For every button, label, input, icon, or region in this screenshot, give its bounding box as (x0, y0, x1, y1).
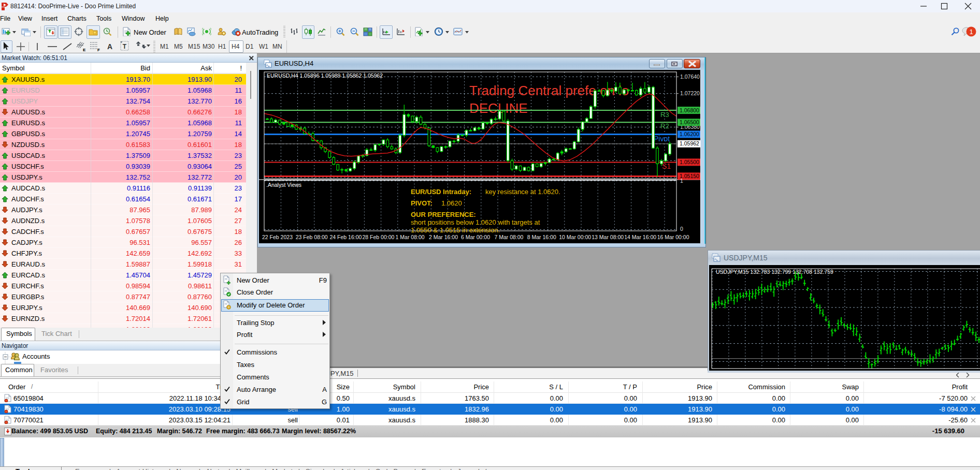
svg-text:key resistance at 1.0620.: key resistance at 1.0620. (485, 188, 560, 196)
svg-text:F: F (97, 48, 100, 52)
svg-text:7 Mar 08:00: 7 Mar 08:00 (494, 234, 523, 240)
svg-text:T: T (123, 43, 127, 50)
svg-text:10 Mar 00:00: 10 Mar 00:00 (559, 234, 591, 240)
svg-text:1: 1 (969, 28, 973, 36)
svg-text:1.0550 & 1.0515 in extension.: 1.0550 & 1.0515 in extension. (411, 226, 500, 234)
svg-text:E: E (83, 48, 86, 52)
svg-text:23 Feb 08:00: 23 Feb 08:00 (296, 234, 328, 240)
svg-text:22 Feb 2023: 22 Feb 2023 (262, 234, 293, 240)
svg-text:PIVOT:: PIVOT: (411, 199, 433, 207)
svg-text:13 Mar 08:00: 13 Mar 08:00 (592, 234, 624, 240)
svg-text:USDJPY,M15 132.783 132.799 13: USDJPY,M15 132.783 132.799 132.708 132.7… (716, 269, 833, 275)
svg-text:14 Mar 16:00: 14 Mar 16:00 (624, 234, 656, 240)
svg-text:2 Mar 16:00: 2 Mar 16:00 (429, 234, 458, 240)
svg-text:28 Feb 00:00: 28 Feb 00:00 (362, 234, 394, 240)
svg-text:.Analyst Views: .Analyst Views (266, 182, 301, 188)
svg-text:1.06800: 1.06800 (680, 107, 699, 113)
svg-text:OUR PREFERENCE:: OUR PREFERENCE: (411, 211, 476, 218)
svg-text:1.0620: 1.0620 (441, 199, 462, 207)
svg-text:1.07220: 1.07220 (680, 90, 700, 96)
svg-text:Pivot: Pivot (654, 135, 670, 143)
svg-text:6 Mar 00:00: 6 Mar 00:00 (461, 234, 490, 240)
svg-text:R3: R3 (660, 111, 669, 119)
svg-text:S1: S1 (662, 162, 671, 170)
svg-text:1.06200: 1.06200 (680, 131, 699, 137)
svg-text:1.05962: 1.05962 (680, 140, 699, 146)
svg-text:Trading Central prefe on lo: Trading Central prefe on lo (469, 83, 629, 98)
svg-text:EURUSD,H4 1.05896 1.05989 1.0: EURUSD,H4 1.05896 1.05989 1.05862 1.0596… (267, 72, 383, 79)
svg-text:1: 1 (680, 178, 683, 184)
svg-text:1.07640: 1.07640 (680, 74, 700, 80)
svg-text:8 Mar 16:00: 8 Mar 16:00 (527, 234, 556, 240)
svg-text:1.05500: 1.05500 (680, 159, 699, 165)
svg-text:short positions below 1.0620 w: short positions below 1.0620 with target… (411, 218, 540, 226)
svg-text:R2: R2 (660, 122, 669, 130)
svg-text:24 Feb 16:00: 24 Feb 16:00 (329, 234, 362, 240)
svg-text:1.06500: 1.06500 (680, 119, 699, 125)
svg-text:16 Mar 00:00: 16 Mar 00:00 (657, 234, 689, 240)
svg-text:EUR/USD Intraday:: EUR/USD Intraday: (411, 188, 471, 196)
svg-text:1 Mar 08:00: 1 Mar 08:00 (396, 234, 425, 240)
svg-text:0: 0 (680, 226, 683, 232)
